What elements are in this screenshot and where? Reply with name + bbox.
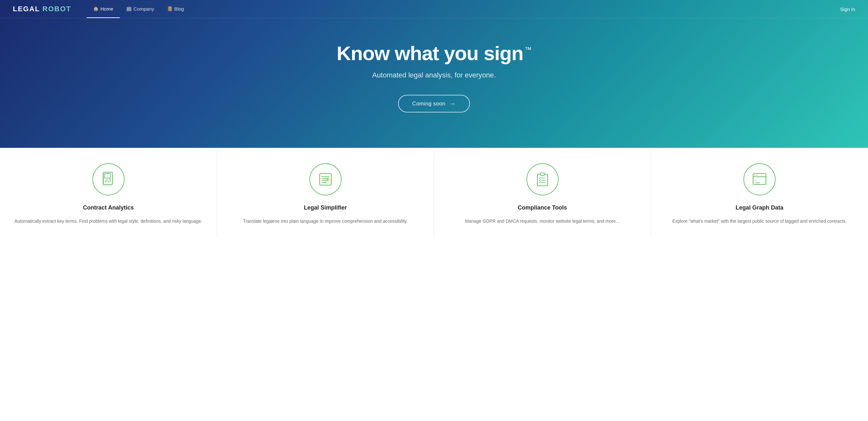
legal-graph-data-desc: Explore "what's market" with the largest…: [672, 218, 846, 225]
legal-simplifier-title: Legal Simplifier: [304, 204, 347, 211]
feature-compliance-tools: Compliance Tools Manage GDPR and DMCA re…: [434, 148, 651, 238]
arrow-icon: →: [450, 100, 456, 107]
hero-subtitle: Automated legal analysis, for everyone.: [372, 71, 496, 79]
legal-simplifier-desc: Translate legalese into plain language t…: [243, 218, 408, 225]
features-section: Contract Analytics Automatically extract…: [0, 148, 868, 238]
home-icon: 🏠: [93, 6, 98, 11]
legal-graph-data-title: Legal Graph Data: [736, 204, 783, 211]
feature-legal-simplifier: Legal Simplifier Translate legalese into…: [217, 148, 434, 238]
contract-analytics-title: Contract Analytics: [83, 204, 133, 211]
nav-blog[interactable]: 📔 Blog: [160, 0, 190, 18]
legal-simplifier-icon-wrap: [309, 163, 342, 195]
hero-section: Know what you sign ™ Automated legal ana…: [0, 0, 868, 148]
compliance-tools-title: Compliance Tools: [518, 204, 567, 211]
legal-graph-data-icon-wrap: >_: [743, 163, 776, 195]
svg-rect-12: [537, 174, 548, 186]
svg-rect-7: [320, 173, 331, 185]
book-icon: 📔: [167, 6, 173, 11]
legal-simplifier-icon: [317, 171, 334, 188]
contract-analytics-icon-wrap: [92, 163, 125, 195]
nav-links: 🏠 Home 🏢 Company 📔 Blog: [87, 0, 840, 18]
coming-soon-button[interactable]: Coming soon →: [398, 95, 470, 112]
compliance-tools-icon: [534, 171, 551, 188]
navbar: LEGAL ROBOT 🏠 Home 🏢 Company 📔 Blog Sign…: [0, 0, 868, 18]
compliance-tools-desc: Manage GDPR and DMCA requests, monitor w…: [465, 218, 620, 225]
nav-company[interactable]: 🏢 Company: [120, 0, 160, 18]
nav-divider: [0, 18, 868, 18]
svg-point-19: [755, 175, 756, 176]
contract-analytics-icon: [100, 171, 117, 188]
building-icon: 🏢: [126, 6, 132, 11]
feature-legal-graph-data: >_ Legal Graph Data Explore "what's mark…: [651, 148, 868, 238]
signin-link[interactable]: Sign In: [840, 6, 855, 12]
svg-rect-13: [540, 173, 545, 175]
hero-title: Know what you sign ™: [337, 42, 531, 64]
svg-point-20: [756, 175, 757, 176]
svg-text:>_: >_: [755, 179, 759, 183]
legal-graph-data-icon: >_: [751, 171, 768, 188]
compliance-tools-icon-wrap: [526, 163, 559, 195]
site-logo[interactable]: LEGAL ROBOT: [13, 5, 71, 13]
nav-home[interactable]: 🏠 Home: [87, 0, 120, 18]
feature-contract-analytics: Contract Analytics Automatically extract…: [0, 148, 217, 238]
contract-analytics-desc: Automatically extract key terms. Find pr…: [14, 218, 202, 225]
